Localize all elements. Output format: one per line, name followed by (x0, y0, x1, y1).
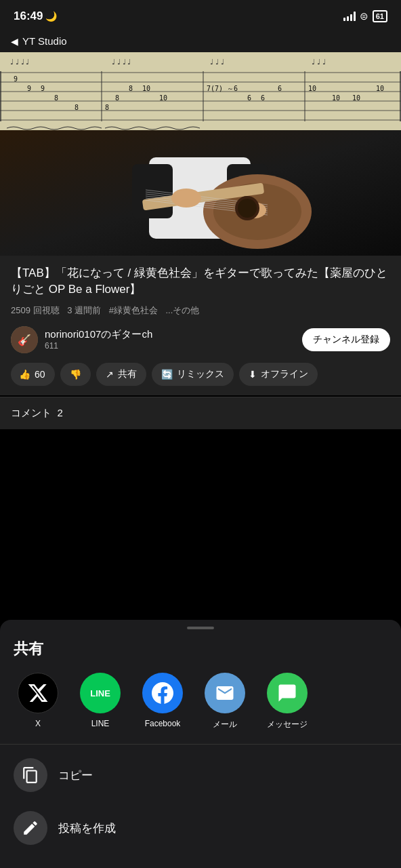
share-app-mail[interactable]: メール (194, 673, 256, 730)
channel-avatar: 🎸 (11, 326, 38, 353)
message-label: メッセージ (267, 719, 308, 730)
video-player[interactable] (0, 130, 401, 256)
svg-text:10: 10 (159, 94, 167, 102)
svg-text:8: 8 (129, 85, 133, 92)
channel-name: norinori0107のギターch (45, 328, 152, 341)
share-button[interactable]: ↗ 共有 (96, 363, 146, 386)
facebook-label: Facebook (145, 719, 181, 728)
status-icons: ⊜ 61 (343, 10, 387, 22)
post-label: 投稿を作成 (58, 821, 116, 836)
video-thumbnail (0, 130, 401, 256)
main-content: 16:49 🌙 ⊜ 61 ◀ YT Studio (0, 0, 401, 868)
status-time: 16:49 (14, 9, 43, 23)
svg-text:♩ ♩ ♩: ♩ ♩ ♩ (312, 58, 326, 66)
share-handle[interactable] (0, 620, 401, 636)
share-icons-row: X LINE LINE Facebook (0, 673, 401, 730)
hashtag: #緑黄色社会 (109, 305, 158, 315)
svg-text:10: 10 (332, 94, 340, 102)
svg-text:6: 6 (261, 94, 265, 102)
back-arrow-icon: ◀ (11, 36, 18, 47)
x-icon (18, 673, 58, 713)
channel-left[interactable]: 🎸 norinori0107のギターch 611 (11, 326, 152, 353)
video-meta: 2509 回視聴 3 週間前 #緑黄色社会 ...その他 (11, 304, 390, 317)
channel-row: 🎸 norinori0107のギターch 611 チャンネル登録 (11, 326, 390, 353)
share-sheet: 共有 X LINE LINE (0, 620, 401, 868)
share-app-x[interactable]: X (7, 673, 69, 730)
svg-text:6: 6 (278, 85, 282, 92)
post-icon (14, 811, 47, 845)
post-action[interactable]: 投稿を作成 (0, 802, 401, 854)
share-icon: ↗ (106, 369, 114, 380)
message-icon (267, 673, 308, 713)
comments-label: コメント (11, 407, 51, 418)
svg-text:～6: ～6 (227, 85, 238, 92)
share-title: 共有 (0, 636, 401, 673)
share-app-message[interactable]: メッセージ (256, 673, 318, 730)
copy-action[interactable]: コピー (0, 749, 401, 802)
status-bar: 16:49 🌙 ⊜ 61 (0, 0, 401, 30)
facebook-icon (142, 673, 183, 713)
svg-rect-0 (0, 52, 401, 130)
subscribe-button[interactable]: チャンネル登録 (302, 328, 390, 351)
share-divider (0, 744, 401, 745)
signal-icon (343, 12, 356, 21)
svg-point-48 (171, 189, 201, 208)
guitar-player-svg (0, 130, 401, 256)
svg-text:8: 8 (115, 94, 119, 102)
svg-text:9: 9 (27, 85, 31, 92)
handle-bar (187, 627, 214, 629)
like-count: 60 (35, 369, 45, 380)
wifi-icon: ⊜ (360, 10, 368, 22)
svg-text:10: 10 (376, 85, 384, 92)
mail-label: メール (213, 719, 237, 730)
back-nav[interactable]: ◀ YT Studio (0, 30, 401, 52)
remix-button[interactable]: 🔄 リミックス (152, 363, 234, 386)
svg-point-51 (238, 199, 257, 218)
video-info: 【TAB】「花になって / 緑黄色社会」をギターで歌ってみた【薬屋のひとりごと … (0, 256, 401, 395)
tab-notation-area: ♩ ♩ ♩ ♩ ♩ ♩ ♩ ♩ ♩ ♩ ♩ ♩ ♩ ♩ 9 9 9 8 8 8 … (0, 52, 401, 130)
back-label: YT Studio (22, 35, 67, 47)
svg-text:8: 8 (54, 94, 58, 102)
channel-subs: 611 (45, 341, 152, 351)
video-title: 【TAB】「花になって / 緑黄色社会」をギターで歌ってみた【薬屋のひとりごと … (11, 265, 390, 298)
svg-text:8: 8 (105, 104, 109, 111)
like-button[interactable]: 👍 60 (11, 363, 55, 386)
thumbs-down-icon: 👎 (70, 369, 81, 380)
line-icon: LINE (80, 673, 121, 713)
view-count: 2509 回視聴 (11, 305, 60, 315)
svg-rect-37 (132, 164, 173, 218)
tab-notation-svg: ♩ ♩ ♩ ♩ ♩ ♩ ♩ ♩ ♩ ♩ ♩ ♩ ♩ ♩ 9 9 9 8 8 8 … (0, 52, 401, 130)
svg-text:8: 8 (75, 104, 79, 111)
dislike-button[interactable]: 👎 (60, 363, 91, 386)
more-link[interactable]: ...その他 (166, 305, 200, 315)
svg-text:♩ ♩ ♩ ♩: ♩ ♩ ♩ ♩ (112, 58, 131, 66)
mail-icon (205, 673, 245, 713)
share-app-facebook[interactable]: Facebook (131, 673, 194, 730)
time-ago: 3 週間前 (67, 305, 101, 315)
action-row: 👍 60 👎 ↗ 共有 🔄 リミックス ⬇ オフライン (11, 363, 390, 389)
remix-icon: 🔄 (161, 369, 173, 380)
svg-text:10: 10 (308, 85, 316, 92)
copy-label: コピー (58, 768, 93, 783)
copy-icon (14, 758, 47, 792)
share-app-line[interactable]: LINE LINE (69, 673, 131, 730)
line-label: LINE (91, 719, 110, 728)
svg-text:10: 10 (352, 94, 360, 102)
svg-text:6: 6 (247, 94, 251, 102)
svg-text:10: 10 (142, 85, 150, 92)
svg-text:7(7): 7(7) (207, 85, 223, 92)
moon-icon: 🌙 (45, 11, 57, 22)
svg-text:9: 9 (41, 85, 45, 92)
comments-section: コメント 2 (0, 397, 401, 429)
battery-indicator: 61 (373, 10, 387, 22)
x-label: X (35, 719, 41, 728)
comment-count: 2 (57, 407, 62, 418)
thumbs-up-icon: 👍 (19, 369, 30, 380)
svg-text:9: 9 (14, 75, 18, 83)
svg-text:♩ ♩ ♩: ♩ ♩ ♩ (210, 58, 224, 66)
channel-info: norinori0107のギターch 611 (45, 328, 152, 351)
offline-button[interactable]: ⬇ オフライン (239, 363, 318, 386)
download-icon: ⬇ (249, 369, 257, 380)
svg-text:♩ ♩ ♩ ♩: ♩ ♩ ♩ ♩ (10, 58, 29, 66)
svg-text:🎸: 🎸 (18, 334, 31, 347)
